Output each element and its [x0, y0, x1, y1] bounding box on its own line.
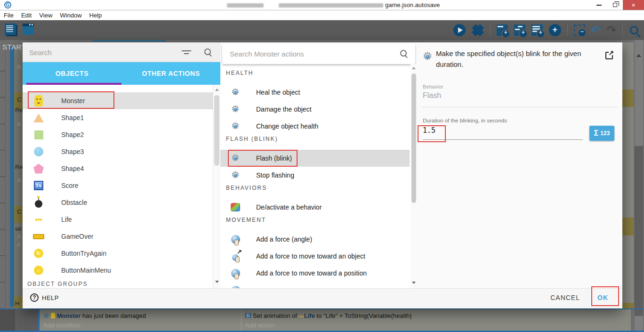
- retry-icon: ↻: [32, 249, 45, 258]
- filter-icon[interactable]: [182, 49, 191, 55]
- action-item-change-health[interactable]: Change object health: [220, 118, 410, 135]
- gear-icon: [422, 51, 433, 62]
- menu-file[interactable]: File: [4, 12, 18, 19]
- object-label: Shape3: [61, 148, 84, 155]
- action-item-add-force-angle[interactable]: Add a force (angle): [220, 231, 410, 248]
- search-events-icon[interactable]: [630, 26, 638, 34]
- objects-search-input[interactable]: [29, 46, 170, 58]
- project-manager-icon[interactable]: [5, 24, 16, 35]
- object-item-shape2[interactable]: Shape2: [23, 126, 213, 143]
- help-button[interactable]: ? HELP: [30, 293, 59, 302]
- object-item-obstacle[interactable]: Obstacle: [23, 194, 213, 211]
- menu-help[interactable]: Help: [89, 12, 107, 19]
- object-item-monster[interactable]: Monster: [23, 92, 213, 109]
- events-rows-edge: [622, 42, 634, 308]
- behavior-icon: [230, 203, 241, 211]
- object-item-score[interactable]: Score: [23, 177, 213, 194]
- object-label: Monster: [61, 97, 85, 105]
- tab-other-actions[interactable]: OTHER ACTIONS: [121, 62, 220, 85]
- action-item-partial[interactable]: [220, 282, 410, 288]
- object-item-life[interactable]: ♥♥♥ Life: [23, 211, 213, 228]
- gear-icon: [230, 121, 241, 131]
- tab-objects[interactable]: OBJECTS: [23, 62, 121, 85]
- action-item-heal[interactable]: Heal the object: [220, 84, 410, 101]
- menu-view[interactable]: View: [39, 12, 57, 19]
- main-scrollbar-thumb[interactable]: [635, 309, 643, 316]
- object-item-shape1[interactable]: Shape1: [23, 109, 213, 126]
- add-condition-link[interactable]: Add condition: [43, 322, 237, 329]
- search-icon[interactable]: [400, 50, 408, 57]
- section-header-behaviors: BEHAVIORS: [226, 185, 267, 191]
- action-item-add-force-position[interactable]: Add a force to move toward a position: [220, 265, 410, 282]
- banner-icon: [32, 234, 45, 239]
- object-item-shape4[interactable]: Shape4: [23, 160, 213, 177]
- event-margin-ruler: [0, 309, 16, 331]
- minimize-button[interactable]: [591, 0, 607, 10]
- scrollbar-down-icon[interactable]: [215, 281, 219, 283]
- duration-field-label: Duration of the blinking, in seconds: [423, 118, 507, 123]
- object-label: Obstacle: [61, 199, 87, 206]
- action-item-stop-flashing[interactable]: Stop flashing: [220, 167, 410, 184]
- action-item-damage[interactable]: Damage the object: [220, 101, 410, 118]
- action-details-panel: Make the specified object(s) blink for t…: [417, 42, 622, 288]
- action-label: Add a force to move toward an object: [256, 252, 365, 260]
- force-icon: [230, 269, 241, 278]
- menu-edit[interactable]: Edit: [21, 12, 36, 19]
- action-item-add-force-object[interactable]: Add a force to move toward an object: [220, 248, 410, 265]
- restore-button[interactable]: [607, 0, 623, 10]
- object-label: Shape4: [61, 165, 84, 172]
- dialog-footer: ? HELP CANCEL OK: [23, 288, 622, 308]
- expression-editor-button[interactable]: Σ 123: [589, 126, 614, 141]
- object-item-shape3[interactable]: Shape3: [23, 143, 213, 160]
- close-button[interactable]: ×: [623, 0, 644, 10]
- conditions-cell[interactable]: ⚙ Monster has just been damaged Add cond…: [40, 309, 241, 331]
- redo-icon[interactable]: ↷: [607, 24, 616, 36]
- add-event-icon[interactable]: [497, 24, 508, 36]
- text-object-icon: [32, 181, 45, 190]
- actions-scrollbar[interactable]: [411, 64, 417, 288]
- action-item-deactivate-behavior[interactable]: De/activate a behavior: [220, 199, 410, 216]
- help-label: HELP: [42, 294, 59, 301]
- add-new-event-icon[interactable]: +: [549, 24, 561, 36]
- scrollbar-thumb[interactable]: [214, 95, 219, 166]
- action-label: Damage the object: [256, 105, 312, 113]
- object-item-gameover[interactable]: GameOver: [23, 228, 213, 245]
- actions-cell[interactable]: Set animation of ♥♥♥Life to "Life" + ToS…: [241, 309, 631, 331]
- bomb-icon: [32, 197, 45, 208]
- object-item-buttonmainmenu[interactable]: ⌂ ButtonMainMenu: [23, 262, 213, 279]
- cancel-button[interactable]: CANCEL: [550, 294, 580, 301]
- undo-icon[interactable]: ↶: [591, 24, 601, 36]
- menu-window[interactable]: Window: [60, 12, 86, 19]
- preview-play-icon[interactable]: [453, 24, 466, 36]
- add-action-link[interactable]: Add action: [245, 322, 627, 329]
- choose-action-dialog: OBJECTS OTHER ACTIONS Monster Shape1 Sha…: [23, 42, 622, 308]
- debug-icon[interactable]: [473, 25, 483, 35]
- events-sheet-right-edge: [622, 40, 644, 308]
- open-help-external-icon[interactable]: [605, 52, 613, 59]
- scrollbar-up-icon[interactable]: [636, 54, 641, 57]
- add-comment-icon[interactable]: [531, 24, 543, 36]
- main-scrollbar-thumb[interactable]: [635, 146, 643, 308]
- object-item-buttontryagain[interactable]: ↻ ButtonTryAgain: [23, 245, 213, 262]
- event-text-fragment: se: [15, 225, 22, 232]
- monster-object-icon: [51, 313, 55, 318]
- objects-list: Monster Shape1 Shape2 Shape3 Shape4: [23, 85, 213, 288]
- action-item-flash-blink[interactable]: Flash (blink): [220, 150, 410, 167]
- event-text-fragment: Re: [15, 163, 23, 170]
- help-icon: ?: [30, 293, 39, 302]
- action-label: Add a force to move toward a position: [256, 269, 367, 277]
- scrollbar-thumb[interactable]: [411, 73, 416, 203]
- window-title: game.json.autosave: [385, 1, 440, 8]
- add-sub-event-icon[interactable]: [514, 24, 525, 36]
- actions-search-input[interactable]: [230, 48, 385, 60]
- objects-scrollbar[interactable]: [213, 85, 220, 288]
- remove-event-icon[interactable]: [574, 24, 585, 36]
- scene-editor-icon[interactable]: [23, 24, 34, 35]
- object-label: ButtonTryAgain: [61, 250, 106, 257]
- ok-button[interactable]: OK: [597, 294, 608, 301]
- search-icon[interactable]: [204, 49, 212, 56]
- scrollbar-down-icon[interactable]: [412, 282, 416, 284]
- duration-input[interactable]: [423, 126, 578, 135]
- scrollbar-up-icon[interactable]: [412, 67, 416, 69]
- scrollbar-up-icon[interactable]: [215, 89, 219, 91]
